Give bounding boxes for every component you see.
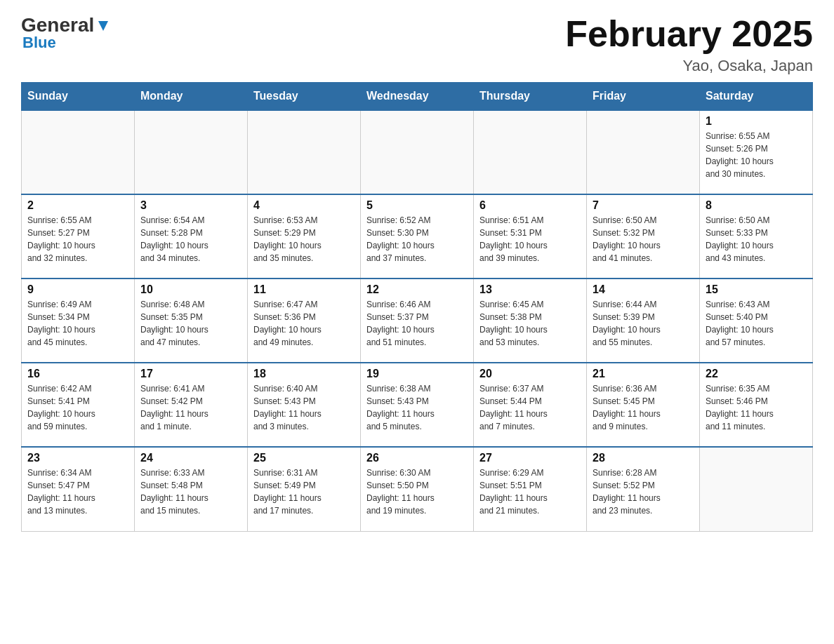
day-info: Sunrise: 6:49 AM Sunset: 5:34 PM Dayligh… (27, 298, 128, 349)
day-info: Sunrise: 6:45 AM Sunset: 5:38 PM Dayligh… (479, 298, 581, 349)
day-info: Sunrise: 6:35 AM Sunset: 5:46 PM Dayligh… (706, 382, 807, 433)
logo: General Blue (21, 14, 111, 52)
calendar-cell: 26Sunrise: 6:30 AM Sunset: 5:50 PM Dayli… (361, 447, 474, 531)
logo-blue-text: Blue (22, 34, 56, 52)
calendar-week-row: 16Sunrise: 6:42 AM Sunset: 5:41 PM Dayli… (22, 363, 813, 447)
calendar-cell (587, 110, 700, 194)
day-number: 8 (706, 199, 807, 212)
day-number: 6 (479, 199, 581, 212)
calendar-cell: 28Sunrise: 6:28 AM Sunset: 5:52 PM Dayli… (587, 447, 700, 531)
day-number: 21 (593, 368, 694, 380)
day-number: 2 (27, 199, 128, 212)
day-number: 11 (253, 283, 355, 296)
calendar-cell: 14Sunrise: 6:44 AM Sunset: 5:39 PM Dayli… (587, 279, 700, 363)
calendar-cell: 10Sunrise: 6:48 AM Sunset: 5:35 PM Dayli… (135, 279, 248, 363)
day-number: 5 (366, 199, 468, 212)
calendar-cell: 20Sunrise: 6:37 AM Sunset: 5:44 PM Dayli… (474, 363, 587, 447)
day-number: 26 (366, 452, 468, 464)
day-number: 17 (140, 368, 241, 380)
calendar-cell: 22Sunrise: 6:35 AM Sunset: 5:46 PM Dayli… (700, 363, 813, 447)
day-info: Sunrise: 6:28 AM Sunset: 5:52 PM Dayligh… (593, 467, 694, 517)
day-number: 13 (479, 283, 581, 296)
day-info: Sunrise: 6:50 AM Sunset: 5:32 PM Dayligh… (593, 214, 694, 264)
day-info: Sunrise: 6:52 AM Sunset: 5:30 PM Dayligh… (366, 214, 468, 264)
day-info: Sunrise: 6:50 AM Sunset: 5:33 PM Dayligh… (706, 214, 807, 264)
day-number: 4 (253, 199, 355, 212)
calendar-cell (361, 110, 474, 194)
day-info: Sunrise: 6:38 AM Sunset: 5:43 PM Dayligh… (366, 382, 468, 433)
month-title: February 2025 (565, 14, 813, 54)
day-info: Sunrise: 6:47 AM Sunset: 5:36 PM Dayligh… (253, 298, 355, 349)
day-number: 23 (27, 452, 128, 464)
day-info: Sunrise: 6:43 AM Sunset: 5:40 PM Dayligh… (706, 298, 807, 349)
calendar-table: Sunday Monday Tuesday Wednesday Thursday… (21, 82, 813, 532)
page-header: General Blue February 2025 Yao, Osaka, J… (21, 14, 813, 75)
day-number: 25 (253, 452, 355, 464)
svg-marker-0 (98, 21, 108, 31)
day-info: Sunrise: 6:37 AM Sunset: 5:44 PM Dayligh… (479, 382, 581, 433)
day-number: 24 (140, 452, 241, 464)
day-info: Sunrise: 6:40 AM Sunset: 5:43 PM Dayligh… (253, 382, 355, 433)
calendar-cell: 12Sunrise: 6:46 AM Sunset: 5:37 PM Dayli… (361, 279, 474, 363)
day-info: Sunrise: 6:44 AM Sunset: 5:39 PM Dayligh… (593, 298, 694, 349)
day-info: Sunrise: 6:55 AM Sunset: 5:26 PM Dayligh… (706, 130, 807, 180)
day-info: Sunrise: 6:53 AM Sunset: 5:29 PM Dayligh… (253, 214, 355, 264)
calendar-cell: 19Sunrise: 6:38 AM Sunset: 5:43 PM Dayli… (361, 363, 474, 447)
day-number: 3 (140, 199, 241, 212)
calendar-cell: 1Sunrise: 6:55 AM Sunset: 5:26 PM Daylig… (700, 110, 813, 194)
calendar-cell: 3Sunrise: 6:54 AM Sunset: 5:28 PM Daylig… (135, 194, 248, 279)
day-number: 20 (479, 368, 581, 380)
day-info: Sunrise: 6:51 AM Sunset: 5:31 PM Dayligh… (479, 214, 581, 264)
calendar-cell (135, 110, 248, 194)
day-info: Sunrise: 6:31 AM Sunset: 5:49 PM Dayligh… (253, 467, 355, 517)
calendar-cell: 24Sunrise: 6:33 AM Sunset: 5:48 PM Dayli… (135, 447, 248, 531)
day-number: 14 (593, 283, 694, 296)
calendar-cell: 9Sunrise: 6:49 AM Sunset: 5:34 PM Daylig… (22, 279, 135, 363)
calendar-cell: 4Sunrise: 6:53 AM Sunset: 5:29 PM Daylig… (248, 194, 361, 279)
day-info: Sunrise: 6:33 AM Sunset: 5:48 PM Dayligh… (140, 467, 241, 517)
calendar-cell: 13Sunrise: 6:45 AM Sunset: 5:38 PM Dayli… (474, 279, 587, 363)
location-subtitle: Yao, Osaka, Japan (565, 57, 813, 75)
day-info: Sunrise: 6:29 AM Sunset: 5:51 PM Dayligh… (479, 467, 581, 517)
day-info: Sunrise: 6:54 AM Sunset: 5:28 PM Dayligh… (140, 214, 241, 264)
calendar-cell: 11Sunrise: 6:47 AM Sunset: 5:36 PM Dayli… (248, 279, 361, 363)
calendar-cell: 6Sunrise: 6:51 AM Sunset: 5:31 PM Daylig… (474, 194, 587, 279)
day-number: 27 (479, 452, 581, 464)
calendar-week-row: 2Sunrise: 6:55 AM Sunset: 5:27 PM Daylig… (22, 194, 813, 279)
col-wednesday: Wednesday (361, 83, 474, 111)
day-info: Sunrise: 6:30 AM Sunset: 5:50 PM Dayligh… (366, 467, 468, 517)
day-info: Sunrise: 6:42 AM Sunset: 5:41 PM Dayligh… (27, 382, 128, 433)
day-number: 28 (593, 452, 694, 464)
calendar-cell: 21Sunrise: 6:36 AM Sunset: 5:45 PM Dayli… (587, 363, 700, 447)
day-info: Sunrise: 6:41 AM Sunset: 5:42 PM Dayligh… (140, 382, 241, 433)
day-number: 10 (140, 283, 241, 296)
calendar-cell: 25Sunrise: 6:31 AM Sunset: 5:49 PM Dayli… (248, 447, 361, 531)
day-info: Sunrise: 6:36 AM Sunset: 5:45 PM Dayligh… (593, 382, 694, 433)
col-saturday: Saturday (700, 83, 813, 111)
day-info: Sunrise: 6:34 AM Sunset: 5:47 PM Dayligh… (27, 467, 128, 517)
calendar-week-row: 9Sunrise: 6:49 AM Sunset: 5:34 PM Daylig… (22, 279, 813, 363)
calendar-cell (700, 447, 813, 531)
day-number: 18 (253, 368, 355, 380)
calendar-cell (248, 110, 361, 194)
calendar-cell: 18Sunrise: 6:40 AM Sunset: 5:43 PM Dayli… (248, 363, 361, 447)
calendar-cell: 16Sunrise: 6:42 AM Sunset: 5:41 PM Dayli… (22, 363, 135, 447)
calendar-header-row: Sunday Monday Tuesday Wednesday Thursday… (22, 83, 813, 111)
calendar-week-row: 23Sunrise: 6:34 AM Sunset: 5:47 PM Dayli… (22, 447, 813, 531)
day-number: 16 (27, 368, 128, 380)
day-number: 12 (366, 283, 468, 296)
day-number: 1 (706, 115, 807, 128)
day-number: 15 (706, 283, 807, 296)
col-monday: Monday (135, 83, 248, 111)
calendar-cell: 27Sunrise: 6:29 AM Sunset: 5:51 PM Dayli… (474, 447, 587, 531)
calendar-cell (474, 110, 587, 194)
col-friday: Friday (587, 83, 700, 111)
day-info: Sunrise: 6:48 AM Sunset: 5:35 PM Dayligh… (140, 298, 241, 349)
logo-arrow-icon (95, 18, 111, 34)
calendar-cell: 15Sunrise: 6:43 AM Sunset: 5:40 PM Dayli… (700, 279, 813, 363)
col-thursday: Thursday (474, 83, 587, 111)
calendar-cell: 17Sunrise: 6:41 AM Sunset: 5:42 PM Dayli… (135, 363, 248, 447)
col-sunday: Sunday (22, 83, 135, 111)
calendar-week-row: 1Sunrise: 6:55 AM Sunset: 5:26 PM Daylig… (22, 110, 813, 194)
day-info: Sunrise: 6:55 AM Sunset: 5:27 PM Dayligh… (27, 214, 128, 264)
